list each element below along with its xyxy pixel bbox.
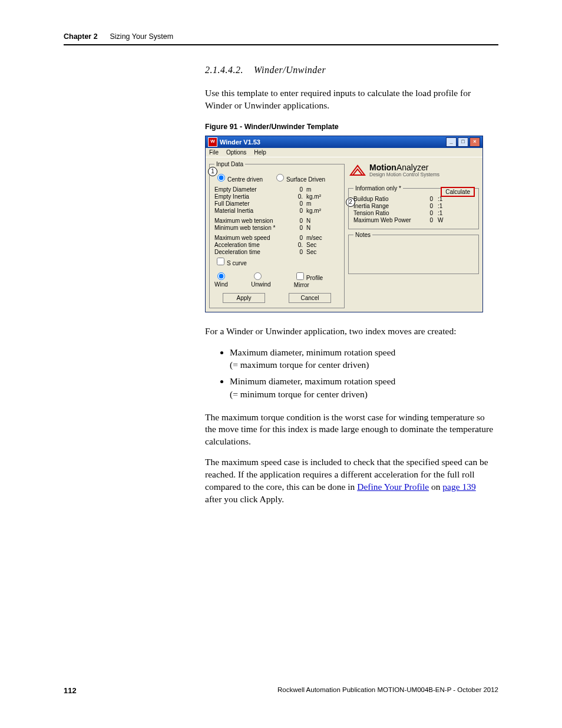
wind-radio[interactable]: Wind <box>214 271 240 288</box>
intro-paragraph: Use this template to enter required inpu… <box>205 87 494 112</box>
minimize-button[interactable]: _ <box>446 137 457 147</box>
define-profile-link[interactable]: Define Your Profile <box>357 482 429 492</box>
chapter-label: Chapter 2 <box>64 32 98 41</box>
info-legend: Information only * <box>353 185 403 192</box>
logo-icon <box>349 163 366 177</box>
section-heading: 2.1.4.4.2. Winder/Unwinder <box>205 65 494 75</box>
surface-driven-radio[interactable]: Surface Driven <box>273 172 325 183</box>
menu-help[interactable]: Help <box>254 149 266 156</box>
page-footer: 112 Rockwell Automation Publication MOTI… <box>64 686 498 695</box>
app-icon: W <box>208 137 217 147</box>
para-speed: The maximum speed case is included to ch… <box>205 456 494 506</box>
menu-file[interactable]: File <box>209 149 219 156</box>
titlebar: W Winder V1.53 _ □ × <box>206 136 482 148</box>
notes-legend: Notes <box>353 232 372 238</box>
section-number: 2.1.4.4.2. <box>205 65 243 75</box>
logo: MotionAnalyzer Design Motion Control Sys… <box>348 161 479 183</box>
maximize-button[interactable]: □ <box>458 137 468 147</box>
window-title: Winder V1.53 <box>220 139 260 146</box>
page-number: 112 <box>64 686 77 695</box>
index-moves-list: Maximum diameter, minimum rotation speed… <box>205 346 494 401</box>
info-group: Information only * Calculate Buildup Rat… <box>348 185 479 229</box>
close-button[interactable]: × <box>470 137 480 147</box>
menu-options[interactable]: Options <box>226 149 246 156</box>
notes-group: Notes <box>348 232 479 274</box>
centre-driven-radio[interactable]: Centre driven <box>214 172 263 183</box>
section-title: Winder/Unwinder <box>254 65 326 75</box>
page-139-link[interactable]: page 139 <box>442 482 475 492</box>
figure-caption: Figure 91 - Winder/Unwinder Template <box>205 123 494 131</box>
para-after-figure: For a Winder or Unwinder application, tw… <box>205 325 494 338</box>
calculate-button[interactable]: Calculate <box>441 187 475 197</box>
input-data-legend: Input Data <box>214 161 245 167</box>
callout-1: 1 <box>208 167 217 176</box>
list-item: Minimum diameter, maximum rotation speed… <box>230 375 494 400</box>
para-torque: The maximum torque condition is the wors… <box>205 411 494 449</box>
publication-id: Rockwell Automation Publication MOTION-U… <box>277 686 498 695</box>
chapter-title: Sizing Your System <box>110 32 174 41</box>
cancel-button[interactable]: Cancel <box>289 293 331 303</box>
winder-window: W Winder V1.53 _ □ × File Options Help 1… <box>205 136 483 312</box>
page-header: Chapter 2 Sizing Your System <box>64 32 498 45</box>
profile-mirror-checkbox[interactable]: Profile Mirror <box>294 271 339 288</box>
list-item: Maximum diameter, minimum rotation speed… <box>230 346 494 371</box>
unwind-radio[interactable]: Unwind <box>251 271 283 288</box>
input-data-group: Input Data Centre driven Surface Driven … <box>209 161 345 308</box>
apply-button[interactable]: Apply <box>223 293 265 303</box>
menubar: File Options Help <box>206 148 482 157</box>
scurve-checkbox[interactable]: S curve <box>214 260 247 266</box>
